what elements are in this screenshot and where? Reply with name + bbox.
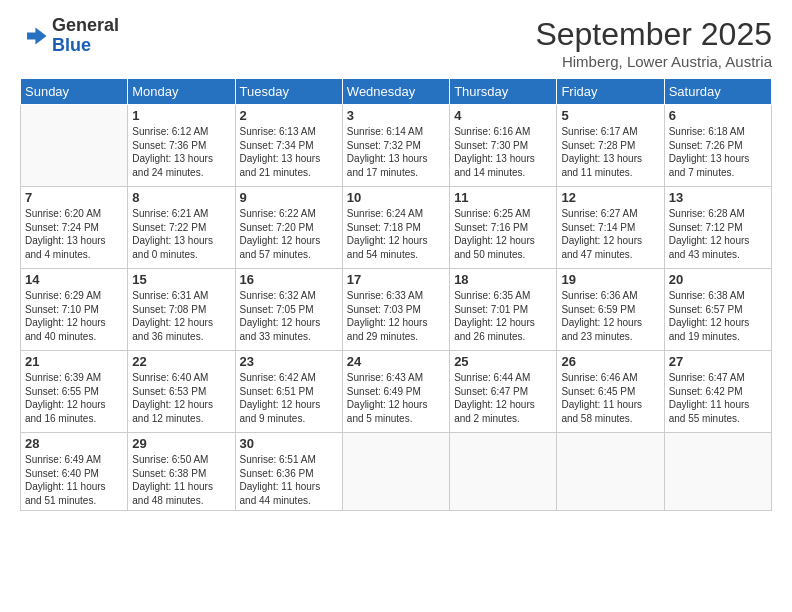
day-info: Sunrise: 6:29 AM Sunset: 7:10 PM Dayligh… [25, 289, 123, 343]
calendar-week-row: 21Sunrise: 6:39 AM Sunset: 6:55 PM Dayli… [21, 351, 772, 433]
calendar-cell: 8Sunrise: 6:21 AM Sunset: 7:22 PM Daylig… [128, 187, 235, 269]
calendar-header-friday: Friday [557, 79, 664, 105]
day-number: 28 [25, 436, 123, 451]
calendar-cell: 19Sunrise: 6:36 AM Sunset: 6:59 PM Dayli… [557, 269, 664, 351]
calendar-week-row: 7Sunrise: 6:20 AM Sunset: 7:24 PM Daylig… [21, 187, 772, 269]
title-block: September 2025 Himberg, Lower Austria, A… [535, 16, 772, 70]
day-number: 27 [669, 354, 767, 369]
day-number: 5 [561, 108, 659, 123]
calendar-cell: 6Sunrise: 6:18 AM Sunset: 7:26 PM Daylig… [664, 105, 771, 187]
calendar-cell: 10Sunrise: 6:24 AM Sunset: 7:18 PM Dayli… [342, 187, 449, 269]
day-number: 10 [347, 190, 445, 205]
day-info: Sunrise: 6:20 AM Sunset: 7:24 PM Dayligh… [25, 207, 123, 261]
calendar-cell [664, 433, 771, 511]
calendar-cell: 14Sunrise: 6:29 AM Sunset: 7:10 PM Dayli… [21, 269, 128, 351]
day-number: 19 [561, 272, 659, 287]
calendar-header-wednesday: Wednesday [342, 79, 449, 105]
day-number: 15 [132, 272, 230, 287]
day-info: Sunrise: 6:22 AM Sunset: 7:20 PM Dayligh… [240, 207, 338, 261]
calendar-cell: 5Sunrise: 6:17 AM Sunset: 7:28 PM Daylig… [557, 105, 664, 187]
day-info: Sunrise: 6:43 AM Sunset: 6:49 PM Dayligh… [347, 371, 445, 425]
day-info: Sunrise: 6:18 AM Sunset: 7:26 PM Dayligh… [669, 125, 767, 179]
subtitle: Himberg, Lower Austria, Austria [535, 53, 772, 70]
calendar-cell: 17Sunrise: 6:33 AM Sunset: 7:03 PM Dayli… [342, 269, 449, 351]
calendar-cell: 24Sunrise: 6:43 AM Sunset: 6:49 PM Dayli… [342, 351, 449, 433]
day-info: Sunrise: 6:12 AM Sunset: 7:36 PM Dayligh… [132, 125, 230, 179]
calendar-cell: 2Sunrise: 6:13 AM Sunset: 7:34 PM Daylig… [235, 105, 342, 187]
day-info: Sunrise: 6:39 AM Sunset: 6:55 PM Dayligh… [25, 371, 123, 425]
day-number: 6 [669, 108, 767, 123]
calendar-cell: 7Sunrise: 6:20 AM Sunset: 7:24 PM Daylig… [21, 187, 128, 269]
day-info: Sunrise: 6:49 AM Sunset: 6:40 PM Dayligh… [25, 453, 123, 507]
day-number: 30 [240, 436, 338, 451]
day-number: 13 [669, 190, 767, 205]
calendar-cell: 11Sunrise: 6:25 AM Sunset: 7:16 PM Dayli… [450, 187, 557, 269]
calendar-table: SundayMondayTuesdayWednesdayThursdayFrid… [20, 78, 772, 511]
calendar-header-tuesday: Tuesday [235, 79, 342, 105]
calendar-cell [557, 433, 664, 511]
day-info: Sunrise: 6:33 AM Sunset: 7:03 PM Dayligh… [347, 289, 445, 343]
calendar-cell: 18Sunrise: 6:35 AM Sunset: 7:01 PM Dayli… [450, 269, 557, 351]
day-info: Sunrise: 6:13 AM Sunset: 7:34 PM Dayligh… [240, 125, 338, 179]
calendar-header-row: SundayMondayTuesdayWednesdayThursdayFrid… [21, 79, 772, 105]
main-title: September 2025 [535, 16, 772, 53]
day-info: Sunrise: 6:24 AM Sunset: 7:18 PM Dayligh… [347, 207, 445, 261]
calendar-cell [450, 433, 557, 511]
day-info: Sunrise: 6:21 AM Sunset: 7:22 PM Dayligh… [132, 207, 230, 261]
day-info: Sunrise: 6:17 AM Sunset: 7:28 PM Dayligh… [561, 125, 659, 179]
calendar-header-sunday: Sunday [21, 79, 128, 105]
day-info: Sunrise: 6:42 AM Sunset: 6:51 PM Dayligh… [240, 371, 338, 425]
day-number: 29 [132, 436, 230, 451]
logo-icon [20, 22, 48, 50]
day-number: 1 [132, 108, 230, 123]
calendar-cell: 13Sunrise: 6:28 AM Sunset: 7:12 PM Dayli… [664, 187, 771, 269]
day-info: Sunrise: 6:35 AM Sunset: 7:01 PM Dayligh… [454, 289, 552, 343]
day-number: 4 [454, 108, 552, 123]
day-number: 22 [132, 354, 230, 369]
day-number: 8 [132, 190, 230, 205]
calendar-cell: 20Sunrise: 6:38 AM Sunset: 6:57 PM Dayli… [664, 269, 771, 351]
day-info: Sunrise: 6:40 AM Sunset: 6:53 PM Dayligh… [132, 371, 230, 425]
day-number: 24 [347, 354, 445, 369]
calendar-cell: 28Sunrise: 6:49 AM Sunset: 6:40 PM Dayli… [21, 433, 128, 511]
calendar-cell: 25Sunrise: 6:44 AM Sunset: 6:47 PM Dayli… [450, 351, 557, 433]
day-info: Sunrise: 6:14 AM Sunset: 7:32 PM Dayligh… [347, 125, 445, 179]
logo-text: General Blue [52, 16, 119, 56]
calendar-cell: 27Sunrise: 6:47 AM Sunset: 6:42 PM Dayli… [664, 351, 771, 433]
day-number: 17 [347, 272, 445, 287]
calendar-header-thursday: Thursday [450, 79, 557, 105]
calendar-cell: 22Sunrise: 6:40 AM Sunset: 6:53 PM Dayli… [128, 351, 235, 433]
calendar-cell: 16Sunrise: 6:32 AM Sunset: 7:05 PM Dayli… [235, 269, 342, 351]
day-number: 3 [347, 108, 445, 123]
calendar-cell: 4Sunrise: 6:16 AM Sunset: 7:30 PM Daylig… [450, 105, 557, 187]
calendar-cell: 15Sunrise: 6:31 AM Sunset: 7:08 PM Dayli… [128, 269, 235, 351]
calendar-week-row: 14Sunrise: 6:29 AM Sunset: 7:10 PM Dayli… [21, 269, 772, 351]
day-info: Sunrise: 6:36 AM Sunset: 6:59 PM Dayligh… [561, 289, 659, 343]
day-info: Sunrise: 6:28 AM Sunset: 7:12 PM Dayligh… [669, 207, 767, 261]
day-info: Sunrise: 6:25 AM Sunset: 7:16 PM Dayligh… [454, 207, 552, 261]
day-number: 18 [454, 272, 552, 287]
day-number: 21 [25, 354, 123, 369]
day-number: 14 [25, 272, 123, 287]
day-info: Sunrise: 6:16 AM Sunset: 7:30 PM Dayligh… [454, 125, 552, 179]
calendar-cell [21, 105, 128, 187]
header: General Blue September 2025 Himberg, Low… [20, 16, 772, 70]
day-number: 20 [669, 272, 767, 287]
calendar-cell: 23Sunrise: 6:42 AM Sunset: 6:51 PM Dayli… [235, 351, 342, 433]
day-info: Sunrise: 6:51 AM Sunset: 6:36 PM Dayligh… [240, 453, 338, 507]
day-info: Sunrise: 6:27 AM Sunset: 7:14 PM Dayligh… [561, 207, 659, 261]
calendar-cell: 3Sunrise: 6:14 AM Sunset: 7:32 PM Daylig… [342, 105, 449, 187]
calendar-cell: 1Sunrise: 6:12 AM Sunset: 7:36 PM Daylig… [128, 105, 235, 187]
day-number: 25 [454, 354, 552, 369]
day-info: Sunrise: 6:50 AM Sunset: 6:38 PM Dayligh… [132, 453, 230, 507]
calendar-cell: 12Sunrise: 6:27 AM Sunset: 7:14 PM Dayli… [557, 187, 664, 269]
day-info: Sunrise: 6:32 AM Sunset: 7:05 PM Dayligh… [240, 289, 338, 343]
logo-general-text: General [52, 16, 119, 36]
page: General Blue September 2025 Himberg, Low… [0, 0, 792, 612]
day-info: Sunrise: 6:38 AM Sunset: 6:57 PM Dayligh… [669, 289, 767, 343]
day-number: 9 [240, 190, 338, 205]
day-number: 7 [25, 190, 123, 205]
calendar-cell: 26Sunrise: 6:46 AM Sunset: 6:45 PM Dayli… [557, 351, 664, 433]
day-number: 26 [561, 354, 659, 369]
calendar-week-row: 28Sunrise: 6:49 AM Sunset: 6:40 PM Dayli… [21, 433, 772, 511]
